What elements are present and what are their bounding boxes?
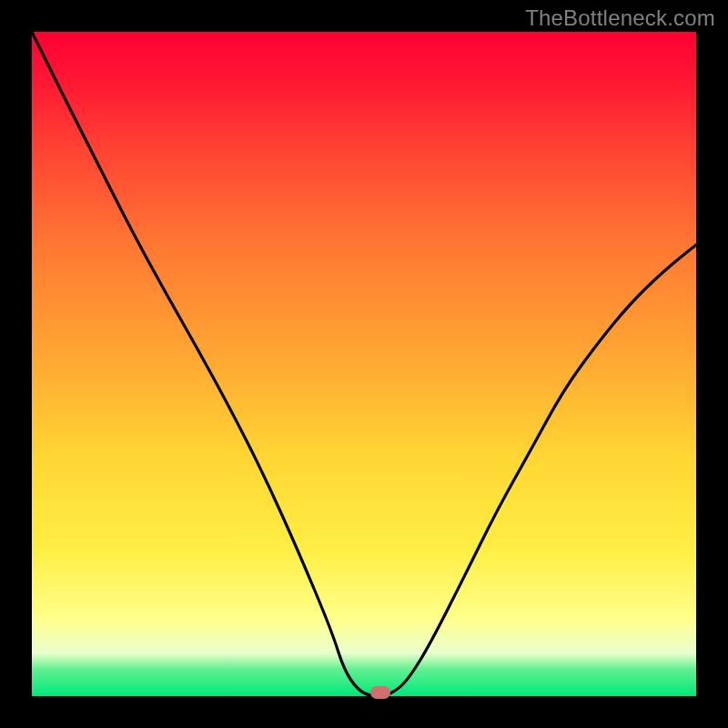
plot-area <box>32 32 696 696</box>
chart-frame: TheBottleneck.com <box>0 0 728 728</box>
optimal-point-marker <box>370 686 390 699</box>
watermark-text: TheBottleneck.com <box>525 5 715 31</box>
bottleneck-curve <box>32 32 696 696</box>
